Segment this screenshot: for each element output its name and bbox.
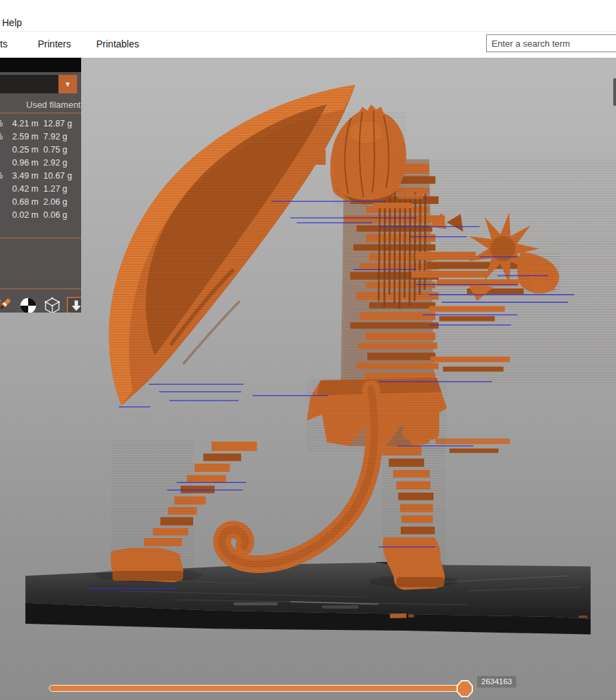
move-slider-value: 2634163: [477, 676, 516, 688]
3d-scene: [0, 58, 616, 700]
arrow-down-icon[interactable]: [67, 297, 81, 313]
filament-length: 3.49 m: [8, 170, 38, 183]
preview-legend-panel: ▼ Used filament % 4.21 m 12.87 g % 2.59 …: [0, 58, 81, 313]
tab-projects-partial[interactable]: ts: [0, 38, 8, 49]
filament-length: 2.59 m: [8, 131, 38, 144]
chevron-down-icon: ▼: [65, 80, 72, 88]
gcode-preview-viewport[interactable]: [0, 58, 616, 700]
search-input[interactable]: [486, 34, 616, 52]
view-type-field[interactable]: [0, 75, 58, 93]
menu-help[interactable]: Help: [2, 17, 22, 28]
filament-percent-partial: %: [0, 117, 3, 131]
filament-length: 0.68 m: [8, 196, 38, 209]
shaded-sphere-icon[interactable]: [19, 297, 37, 313]
divider: [0, 113, 81, 113]
filament-weight: 0.75 g: [43, 144, 67, 157]
filament-weight: 12.87 g: [43, 117, 72, 131]
filament-weight: 0.06 g: [43, 209, 67, 222]
filament-percent-partial: %: [0, 170, 3, 183]
view-type-dropdown[interactable]: ▼: [0, 72, 81, 95]
filament-stats-list: % 4.21 m 12.87 g % 2.59 m 7.92 g 0.25 m …: [0, 117, 81, 222]
filament-weight: 10.67 g: [43, 170, 72, 183]
dropdown-arrow-button[interactable]: ▼: [58, 75, 77, 93]
divider: [0, 289, 81, 289]
app-window: { "menubar": { "items": [ { "label": "He…: [0, 0, 616, 700]
view-mode-toolbar: [0, 294, 81, 313]
filament-length: 0.42 m: [8, 183, 38, 196]
filament-length: 0.02 m: [8, 209, 38, 222]
filament-row: 0.68 m 2.06 g: [0, 196, 81, 209]
filament-weight: 7.92 g: [43, 131, 67, 144]
menu-bar: Help: [0, 0, 616, 32]
filament-weight: 2.06 g: [43, 196, 67, 209]
paint-edit-icon[interactable]: [0, 297, 13, 313]
tab-printables[interactable]: Printables: [96, 38, 139, 49]
sliced-model[interactable]: [89, 84, 616, 589]
model-head: [330, 104, 406, 207]
tab-bar: ts Printers Printables: [0, 32, 616, 58]
layer-slider-vertical[interactable]: [613, 78, 616, 106]
model-shield: [109, 84, 355, 405]
filament-length: 0.25 m: [8, 144, 38, 157]
filament-row: 0.02 m 0.06 g: [0, 209, 81, 222]
used-filament-label: Used filament: [0, 100, 81, 110]
filament-weight: 2.92 g: [43, 157, 67, 170]
panel-top-strip: [0, 58, 81, 72]
filament-row: 0.42 m 1.27 g: [0, 183, 81, 196]
filament-row: % 3.49 m 10.67 g: [0, 170, 81, 183]
filament-row: 0.25 m 0.75 g: [0, 144, 81, 157]
move-slider-track[interactable]: [49, 685, 465, 692]
filament-percent-partial: %: [0, 131, 3, 144]
filament-row: 0.96 m 2.92 g: [0, 157, 81, 170]
filament-row: % 4.21 m 12.87 g: [0, 117, 81, 131]
filament-row: % 2.59 m 7.92 g: [0, 131, 81, 144]
model-right-leg: [382, 446, 446, 589]
print-bed: [25, 562, 591, 635]
tab-printers[interactable]: Printers: [38, 38, 71, 49]
filament-weight: 1.27 g: [43, 183, 67, 196]
filament-length: 0.96 m: [8, 157, 38, 170]
divider: [0, 238, 81, 238]
filament-length: 4.21 m: [8, 117, 38, 131]
wireframe-cube-icon[interactable]: [43, 297, 61, 313]
